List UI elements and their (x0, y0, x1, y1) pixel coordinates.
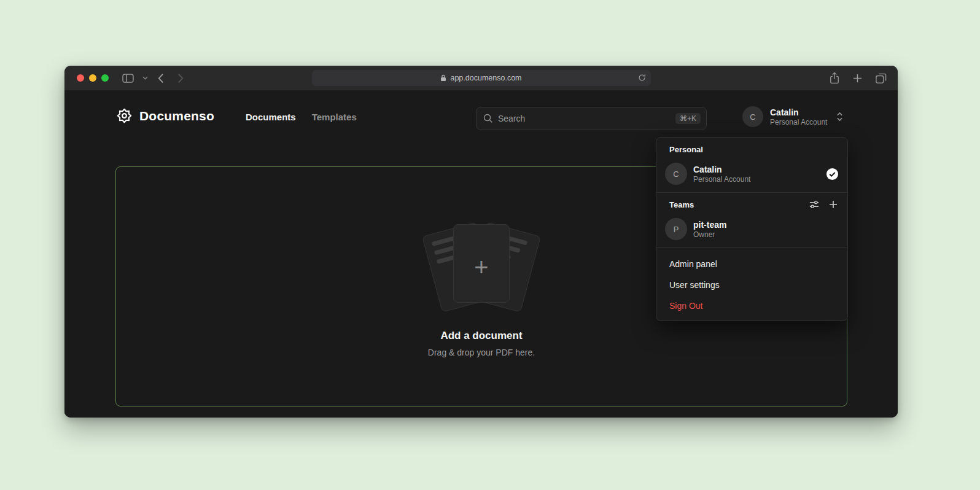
back-icon[interactable] (158, 73, 164, 84)
lock-icon (440, 74, 446, 82)
forward-icon[interactable] (177, 73, 184, 84)
url-bar[interactable]: app.documenso.com (312, 70, 651, 86)
nav-templates[interactable]: Templates (312, 112, 357, 122)
plus-icon: + (474, 255, 488, 279)
menu-divider (656, 192, 847, 193)
minimize-window-button[interactable] (89, 74, 96, 82)
search-box[interactable]: ⌘+K (476, 107, 707, 130)
team-role: Owner (693, 230, 839, 239)
personal-account-name: Catalin (693, 164, 820, 175)
new-tab-icon[interactable] (853, 74, 862, 83)
avatar: P (665, 218, 687, 240)
teams-section-label: Teams (669, 200, 809, 209)
share-icon[interactable] (830, 72, 839, 84)
search-input[interactable] (498, 114, 671, 123)
account-subtitle: Personal Account (770, 118, 827, 126)
url-text: app.documenso.com (450, 74, 521, 82)
brand-name: Documenso (139, 109, 214, 123)
chevron-up-down-icon (836, 111, 843, 122)
menu-item-user-settings[interactable]: User settings (656, 274, 847, 295)
account-menu-trigger[interactable]: C Catalin Personal Account (742, 106, 843, 127)
account-name: Catalin (770, 107, 827, 118)
menu-item-sign-out[interactable]: Sign Out (656, 295, 847, 316)
personal-section-label: Personal (656, 144, 847, 160)
nav-documents[interactable]: Documents (246, 112, 296, 122)
personal-account-subtitle: Personal Account (693, 175, 820, 184)
dropzone-subtitle: Drag & drop your PDF here. (428, 348, 535, 357)
selected-check-icon (826, 168, 839, 181)
team-item[interactable]: P pit-team Owner (656, 215, 847, 246)
sidebar-chevron-down-icon[interactable] (142, 76, 148, 80)
traffic-lights (77, 74, 109, 82)
dropzone-title: Add a document (440, 330, 522, 342)
search-shortcut-badge: ⌘+K (675, 113, 701, 124)
personal-account-item[interactable]: C Catalin Personal Account (656, 160, 847, 190)
browser-toolbar: app.documenso.com (64, 66, 898, 90)
account-dropdown-menu: Personal C Catalin Personal Account Team… (656, 137, 848, 321)
avatar: C (665, 163, 687, 185)
close-window-button[interactable] (77, 74, 84, 82)
documenso-logo-icon (116, 107, 133, 124)
sidebar-toggle-icon[interactable] (122, 74, 134, 83)
team-name: pit-team (693, 219, 839, 230)
menu-divider (656, 247, 847, 248)
app-page: Documenso Documents Templates ⌘+K C Cata… (64, 90, 898, 418)
add-team-icon[interactable] (829, 200, 838, 209)
avatar: C (742, 106, 763, 127)
illustration-card-center: + (453, 224, 510, 303)
menu-item-admin-panel[interactable]: Admin panel (656, 254, 847, 274)
refresh-icon[interactable] (638, 74, 646, 82)
manage-teams-icon[interactable] (809, 200, 819, 209)
browser-window: app.documenso.com (64, 66, 898, 418)
documents-illustration: + (414, 216, 549, 314)
main-nav: Documents Templates (246, 112, 357, 122)
tab-overview-icon[interactable] (876, 73, 887, 84)
search-icon (483, 114, 493, 123)
zoom-window-button[interactable] (101, 74, 109, 82)
brand[interactable]: Documenso (116, 107, 214, 124)
